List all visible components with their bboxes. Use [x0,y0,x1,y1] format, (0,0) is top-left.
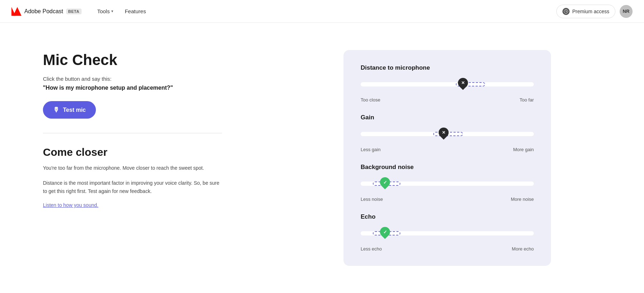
noise-thumb[interactable] [380,177,390,190]
echo-left-label: Less echo [361,246,382,252]
page-title: Mic Check [43,51,222,69]
features-nav-item[interactable]: Features [121,5,150,17]
echo-label: Echo [361,213,534,220]
right-panel: Distance to microphone Too close Too far… [250,23,644,293]
gain-label: Gain [361,114,534,121]
user-avatar[interactable]: NR [620,5,633,18]
premium-label: Premium access [572,9,609,14]
user-initials: NR [623,9,630,14]
gain-section: Gain Less gain More gain [361,114,534,152]
feedback-title: Come closer [43,146,222,158]
echo-labels: Less echo More echo [361,246,534,252]
echo-thumb-icon [378,225,392,239]
distance-labels: Too close Too far [361,97,534,103]
nav-links: Tools ▾ Features [93,5,150,17]
echo-slider[interactable] [361,225,534,242]
gain-thumb[interactable] [439,128,449,140]
echo-thumb[interactable] [380,227,390,240]
gain-thumb-icon [437,125,451,140]
navbar-right: Premium access NR [556,5,633,18]
tools-label: Tools [97,8,110,14]
chevron-down-icon: ▾ [111,9,113,14]
distance-thumb[interactable] [458,78,468,91]
distance-right-label: Too far [519,97,534,103]
distance-left-label: Too close [361,97,380,103]
noise-slider[interactable] [361,175,534,192]
tools-nav-item[interactable]: Tools ▾ [93,5,118,17]
premium-access-button[interactable]: Premium access [556,5,615,18]
feedback-paragraph-2: Distance is the most important factor in… [43,179,222,195]
noise-left-label: Less noise [361,197,383,202]
distance-section: Distance to microphone Too close Too far [361,64,534,103]
test-mic-label: Test mic [63,107,86,113]
left-panel: Mic Check Click the button and say this:… [0,23,250,293]
distance-track [361,82,534,86]
logo-area: Adobe Podcast BETA [11,6,82,16]
echo-section: Echo Less echo More echo [361,213,534,252]
distance-label: Distance to microphone [361,64,534,71]
gain-slider[interactable] [361,125,534,143]
gain-left-label: Less gain [361,147,381,152]
distance-slider[interactable] [361,76,534,93]
feedback-paragraph-1: You're too far from the microphone. Move… [43,164,222,172]
main-content: Mic Check Click the button and say this:… [0,23,644,293]
brand-name: Adobe Podcast [24,8,63,15]
distance-thumb-icon [456,76,470,90]
gain-labels: Less gain More gain [361,147,534,152]
section-divider [43,133,222,133]
quote-text: "How is my microphone setup and placemen… [43,85,222,91]
navbar: Adobe Podcast BETA Tools ▾ Features Prem… [0,0,644,23]
test-mic-button[interactable]: 🎙 Test mic [43,101,96,119]
noise-thumb-icon [378,175,392,189]
microphone-icon: 🎙 [53,106,59,114]
listen-link[interactable]: Listen to how you sound. [43,202,222,208]
gain-right-label: More gain [513,147,534,152]
noise-section: Background noise Less noise More noise [361,164,534,202]
instruction-text: Click the button and say this: [43,76,222,82]
metrics-card: Distance to microphone Too close Too far… [343,50,551,266]
noise-label: Background noise [361,164,534,171]
premium-icon [562,8,570,15]
noise-labels: Less noise More noise [361,197,534,202]
features-label: Features [125,8,146,14]
adobe-logo-icon [11,6,21,16]
noise-right-label: More noise [511,197,534,202]
echo-right-label: More echo [512,246,534,252]
beta-badge: BETA [66,9,82,14]
